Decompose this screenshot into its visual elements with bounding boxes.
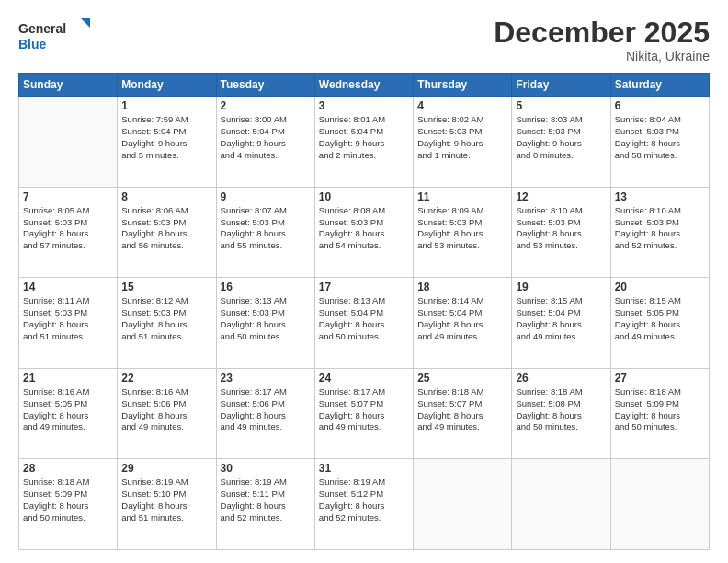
calendar-cell: 12Sunrise: 8:10 AMSunset: 5:03 PMDayligh… xyxy=(512,187,610,278)
calendar-cell: 25Sunrise: 8:18 AMSunset: 5:07 PMDayligh… xyxy=(414,368,512,459)
day-number: 16 xyxy=(221,281,311,293)
day-info: Sunrise: 8:18 AMSunset: 5:08 PMDaylight:… xyxy=(516,386,606,433)
calendar-cell: 7Sunrise: 8:05 AMSunset: 5:03 PMDaylight… xyxy=(19,187,118,278)
col-header-thursday: Thursday xyxy=(414,74,512,97)
day-number: 13 xyxy=(615,190,705,203)
calendar-cell: 22Sunrise: 8:16 AMSunset: 5:06 PMDayligh… xyxy=(118,368,216,459)
day-info: Sunrise: 8:18 AMSunset: 5:09 PMDaylight:… xyxy=(615,386,705,433)
day-info: Sunrise: 8:13 AMSunset: 5:03 PMDaylight:… xyxy=(221,295,311,342)
calendar-cell: 4Sunrise: 8:02 AMSunset: 5:03 PMDaylight… xyxy=(414,97,512,188)
day-info: Sunrise: 8:02 AMSunset: 5:03 PMDaylight:… xyxy=(417,114,507,161)
day-info: Sunrise: 8:16 AMSunset: 5:05 PMDaylight:… xyxy=(23,386,113,433)
day-number: 23 xyxy=(221,372,311,385)
calendar-cell: 1Sunrise: 7:59 AMSunset: 5:04 PMDaylight… xyxy=(118,97,216,188)
day-info: Sunrise: 7:59 AMSunset: 5:04 PMDaylight:… xyxy=(121,114,211,161)
day-number: 29 xyxy=(121,462,211,475)
svg-text:Blue: Blue xyxy=(18,37,47,52)
col-header-wednesday: Wednesday xyxy=(314,74,413,97)
calendar-header-row: SundayMondayTuesdayWednesdayThursdayFrid… xyxy=(19,74,710,97)
calendar-cell: 29Sunrise: 8:19 AMSunset: 5:10 PMDayligh… xyxy=(118,459,216,550)
calendar-cell xyxy=(512,459,610,550)
day-number: 12 xyxy=(516,190,606,203)
calendar-body: 1Sunrise: 7:59 AMSunset: 5:04 PMDaylight… xyxy=(19,97,710,550)
col-header-saturday: Saturday xyxy=(610,74,709,97)
day-info: Sunrise: 8:05 AMSunset: 5:03 PMDaylight:… xyxy=(23,205,113,252)
day-number: 10 xyxy=(319,190,409,203)
calendar-cell: 16Sunrise: 8:13 AMSunset: 5:03 PMDayligh… xyxy=(216,278,314,369)
day-info: Sunrise: 8:17 AMSunset: 5:07 PMDaylight:… xyxy=(319,386,409,433)
title-area: December 2025 Nikita, Ukraine xyxy=(494,17,710,63)
calendar-cell: 8Sunrise: 8:06 AMSunset: 5:03 PMDaylight… xyxy=(118,187,216,278)
calendar-cell: 9Sunrise: 8:07 AMSunset: 5:03 PMDaylight… xyxy=(216,187,314,278)
day-number: 7 xyxy=(23,190,113,203)
day-info: Sunrise: 8:14 AMSunset: 5:04 PMDaylight:… xyxy=(417,295,507,342)
col-header-sunday: Sunday xyxy=(19,74,118,97)
day-number: 27 xyxy=(615,372,705,385)
svg-text:General: General xyxy=(18,21,66,36)
page: General Blue December 2025 Nikita, Ukrai… xyxy=(0,0,728,563)
logo-svg: General Blue xyxy=(18,17,92,57)
calendar-cell: 31Sunrise: 8:19 AMSunset: 5:12 PMDayligh… xyxy=(314,459,413,550)
day-number: 26 xyxy=(516,372,606,385)
day-number: 18 xyxy=(417,281,507,293)
calendar-cell: 28Sunrise: 8:18 AMSunset: 5:09 PMDayligh… xyxy=(19,459,118,550)
day-number: 24 xyxy=(319,372,409,385)
calendar-cell xyxy=(414,459,512,550)
day-number: 11 xyxy=(417,190,507,203)
calendar-cell xyxy=(610,459,709,550)
day-number: 6 xyxy=(615,99,705,112)
day-info: Sunrise: 8:11 AMSunset: 5:03 PMDaylight:… xyxy=(23,295,113,342)
calendar-cell: 10Sunrise: 8:08 AMSunset: 5:03 PMDayligh… xyxy=(314,187,413,278)
week-row-2: 14Sunrise: 8:11 AMSunset: 5:03 PMDayligh… xyxy=(19,278,710,369)
col-header-friday: Friday xyxy=(512,74,610,97)
day-number: 8 xyxy=(121,190,211,203)
day-number: 14 xyxy=(23,281,113,293)
day-number: 4 xyxy=(417,99,507,112)
week-row-4: 28Sunrise: 8:18 AMSunset: 5:09 PMDayligh… xyxy=(19,459,710,550)
day-number: 9 xyxy=(221,190,311,203)
calendar-cell: 18Sunrise: 8:14 AMSunset: 5:04 PMDayligh… xyxy=(414,278,512,369)
calendar-cell: 21Sunrise: 8:16 AMSunset: 5:05 PMDayligh… xyxy=(19,368,118,459)
day-number: 30 xyxy=(221,462,311,475)
day-number: 15 xyxy=(121,281,211,293)
col-header-monday: Monday xyxy=(118,74,216,97)
day-number: 21 xyxy=(23,372,113,385)
calendar-cell: 20Sunrise: 8:15 AMSunset: 5:05 PMDayligh… xyxy=(610,278,709,369)
day-info: Sunrise: 8:07 AMSunset: 5:03 PMDaylight:… xyxy=(221,205,311,252)
day-info: Sunrise: 8:08 AMSunset: 5:03 PMDaylight:… xyxy=(319,205,409,252)
calendar-table: SundayMondayTuesdayWednesdayThursdayFrid… xyxy=(18,73,710,550)
day-info: Sunrise: 8:12 AMSunset: 5:03 PMDaylight:… xyxy=(121,295,211,342)
col-header-tuesday: Tuesday xyxy=(216,74,314,97)
day-number: 22 xyxy=(121,372,211,385)
calendar-cell: 5Sunrise: 8:03 AMSunset: 5:03 PMDaylight… xyxy=(512,97,610,188)
day-info: Sunrise: 8:17 AMSunset: 5:06 PMDaylight:… xyxy=(221,386,311,433)
calendar-cell xyxy=(19,97,118,188)
day-info: Sunrise: 8:13 AMSunset: 5:04 PMDaylight:… xyxy=(319,295,409,342)
day-info: Sunrise: 8:19 AMSunset: 5:12 PMDaylight:… xyxy=(319,477,409,523)
calendar-cell: 23Sunrise: 8:17 AMSunset: 5:06 PMDayligh… xyxy=(216,368,314,459)
day-info: Sunrise: 8:10 AMSunset: 5:03 PMDaylight:… xyxy=(516,205,606,252)
calendar-cell: 14Sunrise: 8:11 AMSunset: 5:03 PMDayligh… xyxy=(19,278,118,369)
calendar-cell: 17Sunrise: 8:13 AMSunset: 5:04 PMDayligh… xyxy=(314,278,413,369)
calendar-cell: 15Sunrise: 8:12 AMSunset: 5:03 PMDayligh… xyxy=(118,278,216,369)
day-info: Sunrise: 8:00 AMSunset: 5:04 PMDaylight:… xyxy=(221,114,311,161)
header: General Blue December 2025 Nikita, Ukrai… xyxy=(18,17,710,63)
day-info: Sunrise: 8:06 AMSunset: 5:03 PMDaylight:… xyxy=(121,205,211,252)
day-number: 28 xyxy=(23,462,113,475)
svg-marker-2 xyxy=(81,18,90,28)
calendar-cell: 3Sunrise: 8:01 AMSunset: 5:04 PMDaylight… xyxy=(314,97,413,188)
week-row-0: 1Sunrise: 7:59 AMSunset: 5:04 PMDaylight… xyxy=(19,97,710,188)
day-number: 2 xyxy=(221,99,311,112)
day-number: 20 xyxy=(615,281,705,293)
week-row-3: 21Sunrise: 8:16 AMSunset: 5:05 PMDayligh… xyxy=(19,368,710,459)
day-info: Sunrise: 8:19 AMSunset: 5:11 PMDaylight:… xyxy=(221,477,311,523)
day-info: Sunrise: 8:01 AMSunset: 5:04 PMDaylight:… xyxy=(319,114,409,161)
day-number: 3 xyxy=(319,99,409,112)
day-info: Sunrise: 8:16 AMSunset: 5:06 PMDaylight:… xyxy=(121,386,211,433)
day-number: 17 xyxy=(319,281,409,293)
calendar-cell: 26Sunrise: 8:18 AMSunset: 5:08 PMDayligh… xyxy=(512,368,610,459)
day-number: 31 xyxy=(319,462,409,475)
week-row-1: 7Sunrise: 8:05 AMSunset: 5:03 PMDaylight… xyxy=(19,187,710,278)
day-number: 1 xyxy=(121,99,211,112)
calendar-cell: 19Sunrise: 8:15 AMSunset: 5:04 PMDayligh… xyxy=(512,278,610,369)
